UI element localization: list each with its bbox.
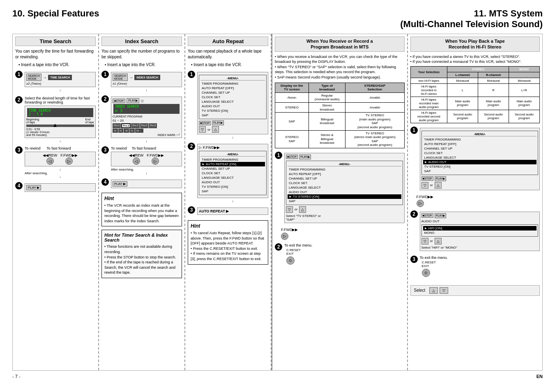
step4-content: PLAY ▶ (25, 182, 96, 193)
mts-broadcast-header: When You Receive or Record aProgram Broa… (275, 37, 405, 52)
title-left: 10. Special Features (12, 8, 278, 30)
menu-title-1: -MENU- (200, 76, 265, 81)
hifi-creset-diagram: C.RESETEXIT ⊙ (422, 261, 540, 277)
auto-hint-text: • To cancel Auto Repeat, follow steps [1… (191, 231, 265, 262)
select-down-btn[interactable]: ▽ (440, 287, 448, 294)
sel-stereo-header: STEREO (447, 66, 509, 72)
timer-hint-box: Hint for Timer Search & Index Search • T… (101, 230, 182, 278)
sap-cell: -Invalid- (345, 102, 404, 112)
index-step2-num: 2 (101, 95, 109, 103)
sel-col1-header: Your Selection (410, 66, 447, 78)
auto-step2-content: ▷ F.FWD▶▶ -MENU- TIMER PROGRAMMING ► AUT… (197, 143, 268, 203)
mts-hifi-header: When You Play Back a TapeRecorded in Hi-… (410, 37, 540, 52)
vcr-diagram-1: SEARCHMODE → TIME SEARCH x2 (Twice) (25, 72, 96, 87)
time-search-intro: You can specify the time for fast forwar… (15, 48, 96, 60)
time-search-step4: 4 PLAY ▶ (15, 182, 96, 193)
hifi-select-label: Select "HIFI" or "MONO" (421, 246, 539, 249)
sel-cell: Main audioprogram (478, 97, 509, 110)
title-right: 11. MTS System (Multi-Channel Television… (278, 8, 543, 30)
index-step2-content: ■STOP PLAY▶ ⊙ INDEX SEARCH ⊙ 3 CURRENT P… (111, 95, 182, 143)
time-search-step3: 3 To rewind To fast forward ◀◀REW ◁ F.FW… (15, 146, 96, 179)
sap-cell: STEREO (275, 102, 309, 112)
sap-table: Display on theTV screen Type ofbroadcast… (275, 83, 405, 148)
index-step4-content: PLAY ▶ (111, 178, 182, 189)
hifi-step3-text: To exit the menu. (420, 256, 540, 260)
mts-ffwd-diagram: F.FWD▶▶ ▷ (281, 228, 405, 240)
sap-col3-header: STEREO/SAPSelection (345, 83, 404, 92)
selection-table: Your Selection STEREO MONO L-channel R-c… (410, 66, 540, 123)
table-row: Hi-Fi tapesrecorded secondaudio program … (410, 110, 540, 123)
sap-cell: -None- (275, 92, 309, 102)
auto-repeat-header: Auto Repeat (188, 37, 268, 46)
hifi-audio-out-label: AUDIO OUT (421, 219, 539, 223)
sel-cell: L+R (509, 83, 540, 97)
table-row: STEREOSAP Stereo &Bilingualbroadcast TV … (275, 130, 405, 148)
mts-menu-item-6: AUDIO OUT (288, 190, 401, 194)
auto-hint-box: Hint • To cancel Auto Repeat, follow ste… (188, 220, 268, 265)
rewind-ffwd-diagram: ◀◀REW ◁ F.FWD▶▶ ▷ (25, 152, 96, 166)
mts-step1: 1 ■STOP PLAY▶ -MENU- TIMER PROGRAMMING (275, 152, 405, 224)
menu-item-12: CLOCK SET (200, 171, 265, 175)
mts-menu-item-7: ► TV STEREO [ON] (288, 194, 401, 199)
auto-repeat-label: AUTO REPEAT ▶ (199, 209, 267, 213)
timer-hint-text: • These functions are not available duri… (104, 244, 179, 275)
sel-cell: non Hi-Fi tapes (410, 78, 447, 83)
menu-item-11: CHANNEL SET UP (200, 166, 265, 171)
mts-step2-text: To exit the menu. (284, 243, 405, 247)
mts-menu-item-4: CLOCK SET (288, 181, 401, 185)
table-row: SAP Bilingualbroadcast TV STEREO(main au… (275, 113, 405, 130)
select-up-btn[interactable]: △ (429, 287, 438, 294)
auto-step1-content: -MENU- TIMER PROGRAMMING AUTO REPEAT [OF… (197, 71, 268, 139)
table-row: STEREO Stereobroadcast -Invalid- (275, 102, 405, 112)
sap-cell: -Invalid- (345, 92, 404, 102)
hifi-menu: -MENU- TIMER PROGRAMMING AUTO REPEAT [OF… (421, 131, 539, 175)
sel-cell: Hi-Fi tapesrecorded mainaudio program (410, 97, 447, 110)
index-search-intro: You can specify the number of programs t… (101, 48, 182, 60)
step2-num: 2 (15, 96, 23, 104)
sel-cell: Monaural (478, 78, 509, 83)
creset-diagram: C.RESETEXIT ⊙ (286, 248, 405, 265)
hifi-step1-content: -MENU- TIMER PROGRAMMING AUTO REPEAT [OF… (420, 127, 540, 191)
sel-cell: Monaural (509, 78, 540, 83)
index-play-diagram: PLAY ▶ (111, 180, 182, 188)
sel-mono-header: MONO (509, 66, 540, 72)
menu-item-1: TIMER PROGRAMMING (200, 81, 265, 86)
sap-cell: Regular(monaural audio) (309, 92, 345, 102)
hifi-ffwd-diagram: F.FWD▶▶ ▷ (417, 195, 540, 207)
hifi-step3: 3 To exit the menu. C.RESETEXIT ⊙ (410, 256, 540, 278)
mts-menu-item-3: CHANNEL SET UP (288, 176, 401, 181)
time-display-box: TIME SEARCH 2 : 5 0 Beginningof tape End… (25, 106, 96, 138)
sel-cell: Main audioprogram (509, 97, 540, 110)
sap-cell: STEREOSAP (275, 130, 309, 148)
table-row: non Hi-Fi tapes Monaural Monaural Monaur… (410, 78, 540, 83)
hifi-step1: 1 -MENU- TIMER PROGRAMMING AUTO REPEAT [… (410, 127, 540, 191)
index-step1-num: 1 (101, 71, 109, 78)
auto-menu-diagram2: ▷ F.FWD▶▶ -MENU- TIMER PROGRAMMING ► AUT… (197, 144, 268, 198)
index-search-header: Index Search (101, 37, 182, 46)
auto-repeat-section: Auto Repeat You can repeat playback of a… (185, 34, 272, 370)
sel-cell: Hi-Fi tapesrecorded secondaudio program (410, 110, 447, 123)
table-row: Hi-Fi tapesrecorded mainaudio program Ma… (410, 97, 540, 110)
sel-cell: Monaural (447, 78, 478, 83)
auto-step2-num: 2 (188, 143, 195, 150)
timer-hint-title: Hint for Timer Search & Index Search (104, 233, 179, 242)
auto-step1: 1 -MENU- TIMER PROGRAMMING AUTO REPEAT [… (188, 71, 268, 139)
index-display: INDEX SEARCH ⊙ 3 (113, 104, 180, 114)
step3-content: To rewind To fast forward ◀◀REW ◁ F.FWD▶… (25, 146, 96, 179)
index-hint-title: Hint (104, 196, 179, 201)
index-step3-text: To rewind To fast forward (111, 146, 182, 150)
table-row: Hi-Fi tapesrecorded inHi-Fi stereo L R L… (410, 83, 540, 97)
mts-broadcast-bullets: • When you receive a broadcast on the VC… (275, 54, 405, 80)
step2-content: Select the desired length of time for fa… (25, 96, 96, 143)
mts-menu-item-1: TIMER PROGRAMMING (288, 167, 401, 172)
hifi-menu-item-7: TV STEREO [ON] (423, 164, 537, 169)
sel-cell: Second audioprogram (447, 110, 478, 123)
step3-num: 3 (15, 146, 23, 154)
mts-menu-title: -MENU- (288, 162, 401, 166)
sel-rchannel: R-channel (478, 72, 509, 78)
index-step1-content: SEARCHMODE → INDEX SEARCH x1 (Once) ↓ (111, 71, 182, 92)
hifi-options-menu: ► HIFI [ON] MONO (421, 224, 539, 237)
sap-cell: Bilingualbroadcast (309, 113, 345, 130)
index-range: 01 ~ 20 (113, 119, 180, 122)
time-search-step2: 2 Select the desired length of time for … (15, 96, 96, 143)
